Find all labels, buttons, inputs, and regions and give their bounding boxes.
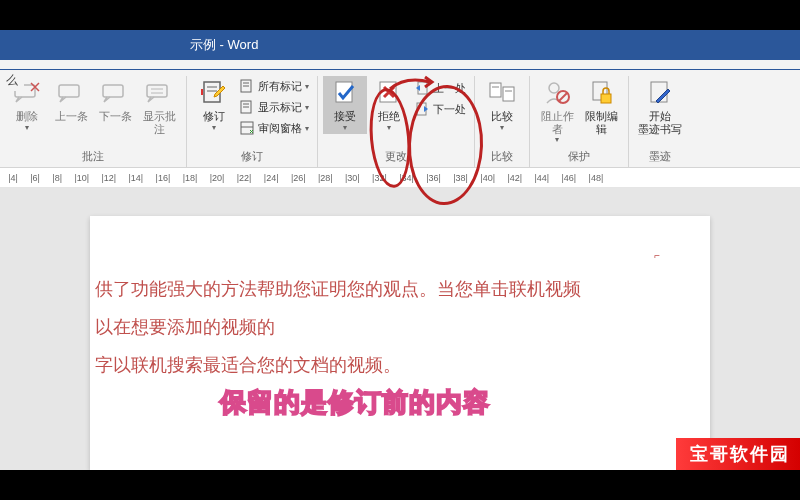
dropdown-indicator-icon: ▾ xyxy=(25,123,29,132)
svg-rect-22 xyxy=(490,83,501,97)
previous-change-button[interactable]: 上一处 xyxy=(411,78,469,98)
ruler-tick: |24| xyxy=(264,173,279,183)
revision-mark: ⌐ xyxy=(654,246,660,266)
ruler-tick: |36| xyxy=(426,173,441,183)
markup-display-select[interactable]: 所有标记 ▾ xyxy=(236,76,312,96)
ruler-tick: |30| xyxy=(345,173,360,183)
group-label-comments: 批注 xyxy=(82,146,104,167)
reject-button[interactable]: 拒绝 ▾ xyxy=(367,76,411,134)
group-comments: 删除 ▾ 上一条 下一条 xyxy=(0,76,187,167)
window-title: 示例 - Word xyxy=(190,36,258,54)
document-page[interactable]: ⌐ 供了功能强大的方法帮助您证明您的观点。当您单击联机视频 以在想要添加的视频的… xyxy=(90,216,710,470)
ruler-tick: |46| xyxy=(562,173,577,183)
restrict-editing-button[interactable]: 限制编辑 xyxy=(579,76,623,137)
previous-change-icon xyxy=(414,80,430,96)
ruler-tick: |26| xyxy=(291,173,306,183)
ruler-tick: |20| xyxy=(210,173,225,183)
horizontal-ruler[interactable]: |4||6||8||10||12||14||16||18||20||22||24… xyxy=(0,168,800,188)
track-changes-button[interactable]: 修订 ▾ xyxy=(192,76,236,134)
document-text: 供了功能强大的方法帮助您证明您的观点。当您单击联机视频 xyxy=(95,271,695,307)
group-changes: 接受 ▾ 拒绝 ▾ 上一处 下一 xyxy=(318,76,475,167)
accept-button[interactable]: 接受 ▾ xyxy=(323,76,367,134)
dropdown-indicator-icon: ▾ xyxy=(343,123,347,132)
previous-comment-button[interactable]: 上一条 xyxy=(49,76,93,125)
dropdown-indicator-icon: ▾ xyxy=(305,82,309,91)
ruler-tick: |38| xyxy=(453,173,468,183)
dropdown-indicator-icon: ▾ xyxy=(305,124,309,133)
accept-icon xyxy=(330,78,360,108)
document-text: 字以联机搜索最适合您的文档的视频。 xyxy=(95,347,695,383)
svg-rect-30 xyxy=(601,94,611,103)
next-change-icon xyxy=(414,101,430,117)
block-authors-button[interactable]: 阻止作者 ▾ xyxy=(535,76,579,146)
reviewing-pane-icon xyxy=(239,120,255,136)
track-changes-icon xyxy=(199,78,229,108)
reject-icon xyxy=(374,78,404,108)
compare-icon xyxy=(487,78,517,108)
dropdown-indicator-icon: ▾ xyxy=(212,123,216,132)
ruler-tick: |8| xyxy=(52,173,62,183)
show-comments-icon xyxy=(144,78,174,108)
title-bar: 示例 - Word xyxy=(0,30,800,60)
ruler-tick: |44| xyxy=(534,173,549,183)
next-comment-button[interactable]: 下一条 xyxy=(93,76,137,125)
dropdown-indicator-icon: ▾ xyxy=(305,103,309,112)
svg-rect-3 xyxy=(147,85,167,97)
ruler-tick: |4| xyxy=(8,173,18,183)
start-inking-button[interactable]: 开始 墨迹书写 xyxy=(634,76,686,137)
svg-rect-2 xyxy=(103,85,123,97)
compare-button[interactable]: 比较 ▾ xyxy=(480,76,524,134)
document-text: 以在想要添加的视频的 xyxy=(95,309,695,345)
svg-point-26 xyxy=(549,83,559,93)
group-label-tracking: 修订 xyxy=(241,146,263,167)
group-tracking: 修订 ▾ 所有标记 ▾ 显示标记 ▾ xyxy=(187,76,318,167)
ribbon: 删除 ▾ 上一条 下一条 xyxy=(0,70,800,168)
block-authors-icon xyxy=(542,78,572,108)
show-comments-button[interactable]: 显示批注 xyxy=(137,76,181,137)
next-comment-icon xyxy=(100,78,130,108)
markup-display-icon xyxy=(239,78,255,94)
dropdown-indicator-icon: ▾ xyxy=(387,123,391,132)
dropdown-indicator-icon: ▾ xyxy=(500,123,504,132)
ruler-tick: |32| xyxy=(372,173,387,183)
dropdown-indicator-icon: ▾ xyxy=(555,135,559,144)
group-label-compare: 比较 xyxy=(491,146,513,167)
svg-rect-23 xyxy=(503,87,514,101)
group-ink: 开始 墨迹书写 墨迹 xyxy=(629,76,691,167)
group-compare: 比较 ▾ 比较 xyxy=(475,76,530,167)
ruler-tick: |10| xyxy=(74,173,89,183)
show-markup-icon xyxy=(239,99,255,115)
ruler-tick: |48| xyxy=(589,173,604,183)
ruler-tick: |18| xyxy=(183,173,198,183)
watermark-badge: 宝哥软件园 xyxy=(676,438,800,470)
show-markup-select[interactable]: 显示标记 ▾ xyxy=(236,97,312,117)
ruler-tick: |34| xyxy=(399,173,414,183)
ruler-tick: |16| xyxy=(156,173,171,183)
ruler-tick: |28| xyxy=(318,173,333,183)
start-inking-icon xyxy=(645,78,675,108)
group-label-ink: 墨迹 xyxy=(649,146,671,167)
ruler-tick: |22| xyxy=(237,173,252,183)
ruler-tick: |6| xyxy=(30,173,40,183)
ruler-tick: |14| xyxy=(129,173,144,183)
ruler-tick: |42| xyxy=(507,173,522,183)
group-protect: 阻止作者 ▾ 限制编辑 保护 xyxy=(530,76,629,167)
document-area[interactable]: ⌐ 供了功能强大的方法帮助您证明您的观点。当您单击联机视频 以在想要添加的视频的… xyxy=(0,188,800,470)
restrict-editing-icon xyxy=(586,78,616,108)
reviewing-pane-select[interactable]: 审阅窗格 ▾ xyxy=(236,118,312,138)
ruler-tick: |12| xyxy=(101,173,116,183)
ruler-tick: |40| xyxy=(480,173,495,183)
previous-comment-icon xyxy=(56,78,86,108)
svg-rect-1 xyxy=(59,85,79,97)
svg-line-28 xyxy=(559,93,567,101)
group-label-protect: 保护 xyxy=(568,146,590,167)
next-change-button[interactable]: 下一处 xyxy=(411,99,469,119)
group-label-changes: 更改 xyxy=(385,146,407,167)
ribbon-tab-fragment: 么 xyxy=(0,70,24,91)
